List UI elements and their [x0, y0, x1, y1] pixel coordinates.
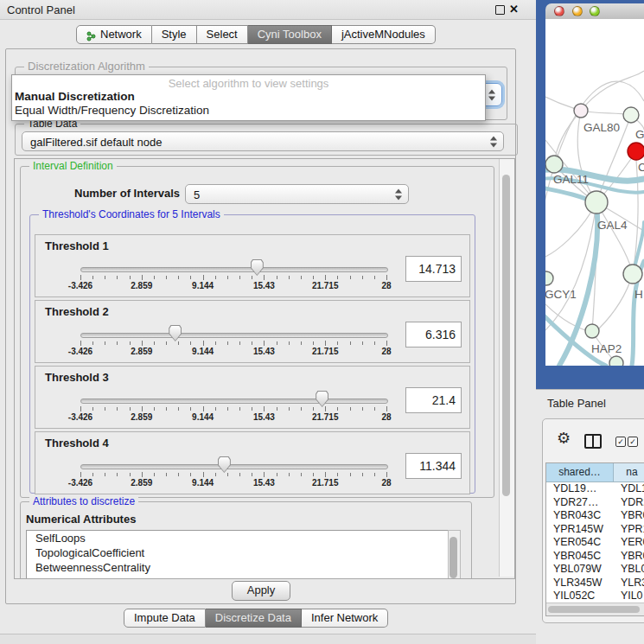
table-row[interactable]: YPR145WYPR1 [546, 523, 644, 537]
network-node[interactable] [585, 191, 608, 214]
network-node[interactable] [628, 143, 644, 160]
slider-track[interactable] [80, 267, 388, 272]
apply-button[interactable]: Apply [232, 581, 290, 601]
tab-infer-network[interactable]: Infer Network [302, 609, 388, 628]
slider-tick [277, 407, 277, 411]
scrollbar-thumb[interactable] [502, 175, 510, 496]
cell-name[interactable]: YER0 [614, 536, 644, 550]
gear-icon[interactable]: ⚙ [557, 430, 571, 446]
tab-discretize-data[interactable]: Discretize Data [206, 609, 302, 628]
zoom-traffic-light[interactable] [590, 6, 600, 16]
threshold-label: Threshold 2 [45, 305, 109, 318]
table-data-combobox[interactable]: galFiltered.sif default node [22, 131, 504, 151]
attribute-list-item[interactable]: BetweennessCentrality [27, 560, 448, 575]
table-row[interactable]: YER054CYER0 [546, 536, 644, 550]
popup-item-equal-width-frequency[interactable]: Equal Width/Frequency Discretization [15, 104, 209, 117]
network-node[interactable] [545, 156, 563, 173]
network-node[interactable] [609, 356, 623, 366]
cell-shared-name[interactable]: YER054C [546, 536, 614, 550]
tab-select[interactable]: Select [197, 25, 248, 44]
thresholds-group: Threshold's Coordinates for 5 Intervals … [29, 214, 475, 494]
columns-icon[interactable] [584, 434, 602, 449]
slider-tick-label: 15.43 [253, 412, 275, 422]
cell-shared-name[interactable]: YBL079W [546, 563, 614, 577]
slider-track[interactable] [80, 464, 388, 469]
slider-handle[interactable] [316, 391, 328, 407]
table-row[interactable]: YDR27…YDR2 [546, 496, 644, 510]
slider-tick [130, 473, 131, 476]
slider-tick-label: 15.43 [253, 347, 275, 356]
cell-name[interactable]: YDL1 [614, 482, 644, 496]
cell-shared-name[interactable]: YDR27… [546, 496, 614, 510]
scrollbar-thumb[interactable] [548, 606, 640, 613]
network-node[interactable] [545, 271, 553, 285]
attributes-list-scrollbar[interactable] [448, 530, 461, 579]
tab-cyni-toolbox[interactable]: Cyni Toolbox [248, 25, 332, 44]
slider-tick [80, 275, 81, 280]
cell-name[interactable]: YBR0 [614, 509, 644, 523]
network-window-titlebar[interactable] [545, 3, 644, 20]
cell-name[interactable]: YIL0 [614, 590, 644, 603]
slider-tick [239, 473, 240, 476]
tab-impute-data[interactable]: Impute Data [124, 609, 206, 628]
attribute-list-item[interactable]: SelfLoops [27, 531, 448, 545]
slider-tick-label: 2.859 [131, 478, 152, 488]
cell-shared-name[interactable]: YIL052C [546, 590, 614, 603]
slider-tick [117, 407, 118, 411]
network-canvas[interactable]: GAL80GACGAL11GAL4GCY1HHAP2 [545, 19, 644, 366]
panel-scrollbar[interactable] [499, 159, 514, 577]
table-row[interactable]: YBL079WYBL0 [546, 563, 644, 577]
table-horizontal-scrollbar[interactable] [546, 603, 644, 615]
numerical-attributes-list[interactable]: SelfLoopsTopologicalCoefficientBetweenne… [26, 530, 449, 579]
checkbox-icon[interactable]: ✓ [615, 437, 626, 447]
scrollbar-thumb[interactable] [450, 537, 457, 578]
cell-name[interactable]: YLR3 [614, 577, 644, 590]
table-header-row: shared… na [546, 463, 644, 482]
cell-name[interactable]: YBR0 [614, 550, 644, 564]
attribute-list-item[interactable]: TopologicalCoefficient [27, 545, 448, 560]
column-header-shared-name[interactable]: shared… [546, 463, 614, 481]
tab-network[interactable]: Network [76, 25, 152, 44]
slider-track[interactable] [80, 333, 388, 338]
slider-track[interactable] [80, 399, 388, 404]
slider-handle[interactable] [218, 456, 231, 473]
slider-tick [325, 275, 326, 280]
cell-shared-name[interactable]: YLR345W [546, 577, 614, 590]
table-row[interactable]: YIL052CYIL0 [546, 590, 644, 603]
slider-handle[interactable] [251, 259, 264, 276]
minimize-traffic-light[interactable] [572, 6, 583, 16]
network-node-label: GAL4 [597, 219, 628, 232]
column-header-name[interactable]: na [614, 463, 644, 481]
threshold-value-field[interactable]: 11.344 [405, 453, 462, 479]
slider-tick [386, 406, 387, 411]
cell-shared-name[interactable]: YBR043C [546, 509, 614, 523]
slider-handle[interactable] [169, 325, 182, 341]
slider-tick [166, 473, 167, 476]
tab-jactivemnodules[interactable]: jActiveMNodules [332, 25, 436, 44]
close-icon[interactable]: ✕ [509, 3, 519, 16]
table-row[interactable]: YBR045CYBR0 [546, 550, 644, 564]
network-node[interactable] [574, 104, 588, 118]
threshold-value-field[interactable]: 14.713 [405, 256, 462, 282]
cell-shared-name[interactable]: YBR045C [546, 550, 614, 564]
number-of-intervals-combobox[interactable]: 5 [185, 184, 409, 204]
checkbox-icon[interactable]: ✓ [628, 437, 638, 447]
threshold-value-field[interactable]: 21.4 [405, 387, 462, 413]
network-node[interactable] [623, 107, 639, 123]
status-strip [0, 634, 536, 644]
cell-shared-name[interactable]: YPR145W [546, 523, 614, 537]
table-row[interactable]: YLR345WYLR3 [546, 577, 644, 590]
threshold-value-field[interactable]: 6.316 [405, 322, 462, 348]
close-traffic-light[interactable] [554, 6, 564, 16]
popup-item-manual-discretization[interactable]: Manual Discretization [15, 90, 135, 103]
float-window-icon[interactable] [495, 5, 505, 15]
cell-shared-name[interactable]: YDL19… [546, 482, 614, 496]
network-node[interactable] [585, 324, 599, 338]
network-node[interactable] [623, 265, 642, 284]
cell-name[interactable]: YBL0 [614, 563, 644, 577]
cell-name[interactable]: YDR2 [614, 496, 644, 510]
cell-name[interactable]: YPR1 [614, 523, 644, 537]
table-row[interactable]: YDL19…YDL1 [546, 482, 644, 496]
tab-style[interactable]: Style [152, 25, 197, 44]
table-row[interactable]: YBR043CYBR0 [546, 509, 644, 523]
